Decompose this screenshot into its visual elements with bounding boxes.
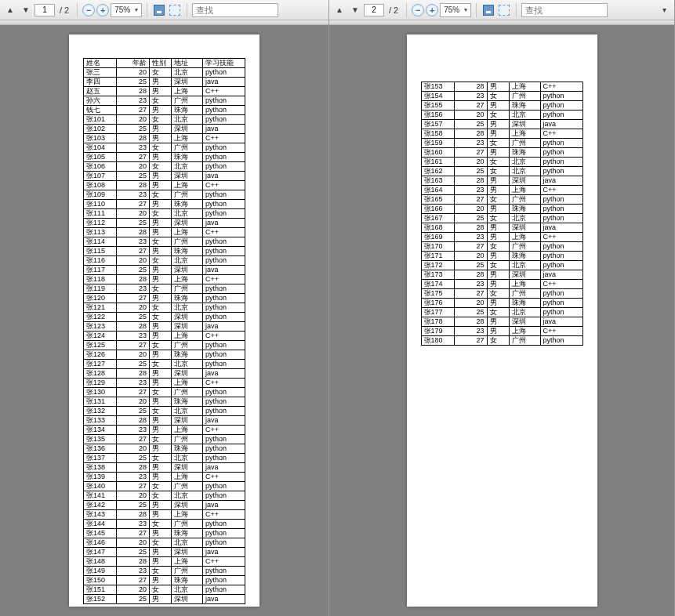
table-cell: 张145 [84,529,117,538]
table-cell: java [540,270,582,280]
table-cell: python [203,115,245,125]
table-cell: 女 [487,195,509,205]
table-row: 张11725男深圳java [84,266,245,275]
table-cell: 28 [454,270,487,280]
page-1: 姓名年龄性别地址学习技能 张三20女北京python李四25男深圳java赵五2… [69,34,259,607]
table-row: 赵五28男上海C++ [84,87,245,96]
table-cell: 25 [117,313,150,322]
table-cell: 李四 [84,78,117,87]
table-cell: 上海 [509,186,540,195]
table-cell: 男 [487,186,509,195]
table-cell: java [540,317,582,327]
table-cell: 北京 [172,454,203,463]
table-row: 张15225男深圳java [84,595,245,604]
fit-page-button[interactable] [168,3,182,17]
table-cell: 23 [454,327,487,336]
table-cell: 28 [117,181,150,190]
zoom-out-button[interactable]: − [412,4,424,16]
table-row: 张12225女深圳python [84,313,245,322]
table-cell: 上海 [509,82,540,92]
table-cell: 男 [487,176,509,186]
table-cell: 张119 [84,284,117,294]
table-cell: 深圳 [172,416,203,426]
current-page-input[interactable] [364,4,384,16]
table-row: 张17923男上海C++ [421,327,582,336]
table-row: 张10328男上海C++ [84,134,245,143]
table-cell: 张165 [421,195,454,205]
current-page-input[interactable] [34,4,55,16]
search-input[interactable] [521,3,608,17]
fit-page-button[interactable] [497,3,511,17]
table-cell: 28 [117,510,150,520]
table-cell: 男 [150,153,172,162]
tools-dropdown[interactable]: ▾ [657,3,671,17]
save-button[interactable] [481,3,495,17]
table-cell: 20 [117,68,150,78]
zoom-out-button[interactable]: − [82,4,95,16]
page-canvas-left[interactable]: 姓名年龄性别地址学习技能 张三20女北京python李四25男深圳java赵五2… [0,25,328,616]
table-cell: 张176 [421,299,454,308]
table-cell: 赵五 [84,87,117,96]
table-cell: 男 [150,332,172,341]
table-row: 张14120女北京python [84,491,245,501]
table-cell: python [540,242,582,252]
table-cell: python [203,303,245,313]
table-cell: 广州 [172,520,203,529]
table-cell: 23 [454,233,487,242]
table-cell: 北京 [509,167,540,176]
table-cell: 27 [117,576,150,585]
table-row: 张15423女广州python [421,92,582,101]
table-row: 张12423男上海C++ [84,332,245,341]
table-cell: C++ [540,82,582,92]
zoom-in-button[interactable]: + [426,4,438,16]
table-cell: 深圳 [172,266,203,275]
table-cell: 27 [117,106,150,115]
table-row: 张18027女广州python [421,336,582,346]
table-cell: 女 [487,242,509,252]
zoom-dropdown[interactable]: 75% ▾ [111,3,142,17]
column-header: 地址 [172,59,203,68]
table-cell: 广州 [509,92,540,101]
table-cell: python [203,388,245,397]
table-cell: 张133 [84,416,117,426]
table-cell: 女 [487,139,509,148]
chevron-down-icon: ▾ [464,6,467,13]
table-cell: 女 [150,237,172,247]
next-page-button[interactable]: ▼ [19,3,33,17]
table-cell: python [540,167,582,176]
table-cell: 23 [454,139,487,148]
table-cell: 张106 [84,162,117,172]
table-cell: 珠海 [509,252,540,261]
prev-page-button[interactable]: ▲ [3,3,17,17]
page-canvas-right[interactable]: 张15328男上海C++张15423女广州python张15527男珠海pyth… [329,25,674,616]
table-cell: java [203,322,245,332]
table-cell: 深圳 [509,120,540,129]
zoom-dropdown[interactable]: 75% ▾ [440,3,471,17]
table-cell: 张148 [84,557,117,567]
prev-page-button[interactable]: ▲ [332,3,347,17]
save-button[interactable] [152,3,166,17]
table-cell: python [203,454,245,463]
table-row: 张11328男上海C++ [84,228,245,237]
table-cell: 28 [117,322,150,332]
search-input[interactable] [192,3,278,17]
zoom-in-button[interactable]: + [96,4,109,16]
next-page-button[interactable]: ▼ [348,3,362,17]
table-cell: 张109 [84,190,117,200]
table-cell: 北京 [172,162,203,172]
table-cell: 北京 [509,214,540,223]
table-row: 张17423男上海C++ [421,280,582,289]
table-cell: 28 [454,223,487,233]
table-cell: 广州 [172,482,203,491]
table-cell: 张118 [84,275,117,284]
table-cell: 女 [150,284,172,294]
table-cell: 上海 [172,473,203,482]
pdf-viewer-right: ▲ ▼ / 2 − + 75% ▾ ▾ 张15328男上海C++张15423女广… [329,0,675,616]
table-row: 张11423女广州python [84,237,245,247]
table-cell: 张155 [421,101,454,111]
table-cell: 23 [117,96,150,106]
table-cell: python [203,153,245,162]
table-row: 张14423女广州python [84,520,245,529]
page-total-label: / 2 [389,5,398,15]
table-cell: python [540,101,582,111]
